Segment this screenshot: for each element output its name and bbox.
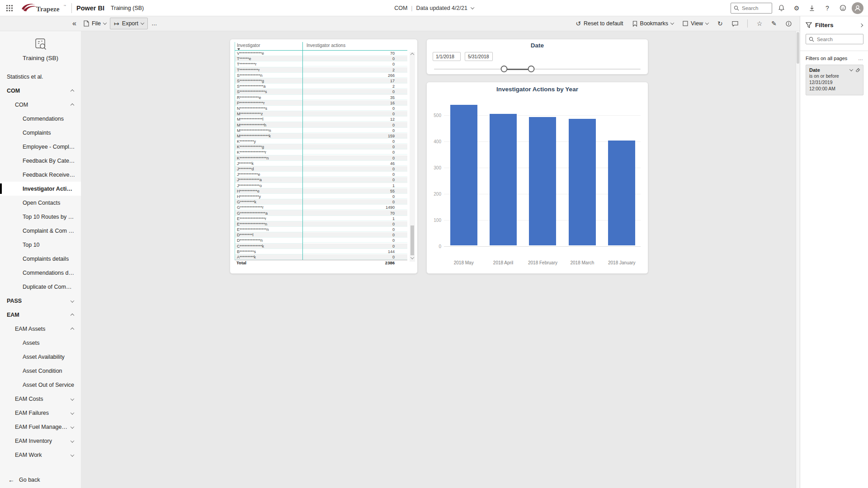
- info-button[interactable]: [782, 19, 795, 28]
- view-button[interactable]: View: [679, 19, 712, 28]
- table-row[interactable]: S***************a2: [235, 84, 407, 89]
- slider-handle-start[interactable]: [501, 66, 508, 72]
- bar-2018-march[interactable]: [569, 119, 596, 245]
- notifications-bell-icon[interactable]: [775, 2, 788, 14]
- bar-2018-february[interactable]: [529, 117, 556, 245]
- table-row[interactable]: R************e35: [235, 95, 407, 100]
- table-row[interactable]: B*********s144: [235, 249, 407, 254]
- table-row[interactable]: D********l0: [235, 232, 407, 238]
- bookmarks-button[interactable]: Bookmarks: [629, 19, 678, 28]
- sidebar-item-feedback-by-category[interactable]: Feedback By Category: [0, 154, 81, 168]
- collapse-pane-button[interactable]: «: [69, 18, 80, 29]
- table-row[interactable]: E****************r1: [235, 216, 407, 221]
- refresh-button[interactable]: ↻: [714, 18, 726, 29]
- table-row[interactable]: M*************z0: [235, 111, 407, 117]
- sidebar-item-eam-fuel-management[interactable]: EAM Fuel Management: [0, 420, 81, 434]
- bar-2018-april[interactable]: [490, 114, 517, 245]
- table-row[interactable]: S*************n266: [235, 73, 407, 78]
- sidebar-item-top-10[interactable]: Top 10: [0, 238, 81, 252]
- table-row[interactable]: T**********r0: [235, 61, 407, 67]
- sidebar-item-employee-complaints-c[interactable]: Employee - Complaints & c...: [0, 140, 81, 154]
- table-row[interactable]: K*****************n0: [235, 155, 407, 161]
- sidebar-item-statistics-et-al[interactable]: Statistics et al.: [0, 70, 81, 84]
- user-avatar[interactable]: [852, 2, 863, 14]
- table-row[interactable]: J********k46: [235, 161, 407, 166]
- table-row[interactable]: H***********e55: [235, 188, 407, 194]
- sidebar-item-eam-costs[interactable]: EAM Costs: [0, 392, 81, 406]
- table-row[interactable]: H************y0: [235, 194, 407, 199]
- sidebar-item-pass[interactable]: PASS: [0, 294, 81, 308]
- sidebar-item-eam[interactable]: EAM: [0, 308, 81, 322]
- edit-pencil-button[interactable]: ✎: [768, 18, 780, 29]
- table-row[interactable]: S**************g17: [235, 78, 407, 84]
- export-menu-button[interactable]: ↦ Export: [110, 18, 148, 29]
- sidebar-item-investigator-actions[interactable]: Investigator Actions: [0, 182, 81, 196]
- sidebar-item-commendations[interactable]: Commendations: [0, 112, 81, 126]
- feedback-smiley-icon[interactable]: [836, 2, 849, 14]
- table-row[interactable]: J************e0: [235, 172, 407, 177]
- table-row[interactable]: J********d0: [235, 166, 407, 172]
- chevron-down-icon[interactable]: [71, 298, 74, 304]
- sidebar-item-complaints[interactable]: Complaints: [0, 126, 81, 140]
- table-row[interactable]: M******************k159: [235, 133, 407, 139]
- help-icon[interactable]: ?: [821, 2, 834, 14]
- global-search[interactable]: [731, 3, 772, 14]
- sidebar-item-com[interactable]: COM: [0, 98, 81, 112]
- table-row[interactable]: N****************s0: [235, 106, 407, 111]
- sidebar-item-asset-out-of-service[interactable]: Asset Out of Service: [0, 378, 81, 392]
- chevron-down-icon[interactable]: [71, 396, 74, 402]
- sidebar-item-eam-assets[interactable]: EAM Assets: [0, 322, 81, 336]
- column-header-investigator[interactable]: Investigator: [235, 42, 303, 50]
- sidebar-item-asset-condition[interactable]: Asset Condition: [0, 364, 81, 378]
- expand-filter-icon[interactable]: [849, 67, 853, 71]
- favorite-star-button[interactable]: ☆: [753, 18, 766, 29]
- comments-button[interactable]: [728, 19, 742, 28]
- search-input[interactable]: [742, 5, 769, 11]
- date-start-input[interactable]: 1/1/2018: [433, 52, 461, 61]
- slider-track[interactable]: [434, 69, 641, 70]
- report-status-dropdown[interactable]: COM | Data updated 4/2/21: [394, 5, 474, 11]
- table-row[interactable]: K**************g0: [235, 144, 407, 150]
- table-row[interactable]: G*********k0: [235, 199, 407, 205]
- download-icon[interactable]: [806, 2, 818, 14]
- scroll-down-icon[interactable]: [410, 255, 414, 259]
- table-row[interactable]: J*************o1: [235, 183, 407, 188]
- sidebar-item-eam-work[interactable]: EAM Work: [0, 448, 81, 462]
- table-row[interactable]: C**************k0: [235, 244, 407, 249]
- scroll-up-icon[interactable]: [410, 53, 414, 56]
- table-row[interactable]: G**************r1490: [235, 205, 407, 210]
- chevron-down-icon[interactable]: [71, 424, 74, 430]
- sidebar-item-asset-availability[interactable]: Asset Availability: [0, 350, 81, 364]
- filters-more-options[interactable]: …: [858, 56, 863, 61]
- sidebar-item-duplicate-of-commendations[interactable]: Duplicate of Commendations: [0, 280, 81, 294]
- table-row[interactable]: V**************e70: [235, 51, 407, 56]
- table-row[interactable]: T******e0: [235, 56, 407, 61]
- table-scrollbar[interactable]: [410, 52, 415, 262]
- table-row[interactable]: K*********y0: [235, 139, 407, 144]
- reset-to-default-button[interactable]: ↺ Reset to default: [572, 18, 627, 29]
- sidebar-item-com[interactable]: COM: [0, 84, 81, 98]
- app-launcher-icon[interactable]: [4, 2, 15, 14]
- table-row[interactable]: D*************n0: [235, 238, 407, 243]
- sidebar-item-eam-failures[interactable]: EAM Failures: [0, 406, 81, 420]
- table-row[interactable]: M**************l12: [235, 117, 407, 122]
- sidebar-item-assets[interactable]: Assets: [0, 336, 81, 350]
- bar-2018-may[interactable]: [450, 105, 477, 245]
- scrollbar-thumb[interactable]: [797, 32, 799, 64]
- sidebar-item-top-10-routes-by-feedback[interactable]: Top 10 Routes by Feedback: [0, 210, 81, 224]
- scrollbar-thumb[interactable]: [410, 225, 414, 255]
- table-row[interactable]: J*************a0: [235, 177, 407, 183]
- canvas-scrollbar[interactable]: [796, 31, 800, 488]
- file-menu-button[interactable]: File: [80, 19, 110, 28]
- filter-card-date[interactable]: Date is on or before 12/31/2019 12:00:00…: [806, 65, 863, 95]
- table-row[interactable]: T************r2: [235, 67, 407, 73]
- table-row[interactable]: K****************r0: [235, 150, 407, 155]
- settings-gear-icon[interactable]: ⚙: [790, 2, 803, 14]
- collapse-filters-icon[interactable]: [859, 23, 863, 27]
- chevron-down-icon[interactable]: [71, 438, 74, 444]
- filters-search[interactable]: [806, 34, 863, 44]
- chevron-up-icon[interactable]: [71, 88, 74, 94]
- column-header-investigator-actions[interactable]: Investigator actions: [303, 42, 407, 50]
- chevron-up-icon[interactable]: [71, 326, 74, 332]
- table-row[interactable]: E*****************n0: [235, 227, 407, 232]
